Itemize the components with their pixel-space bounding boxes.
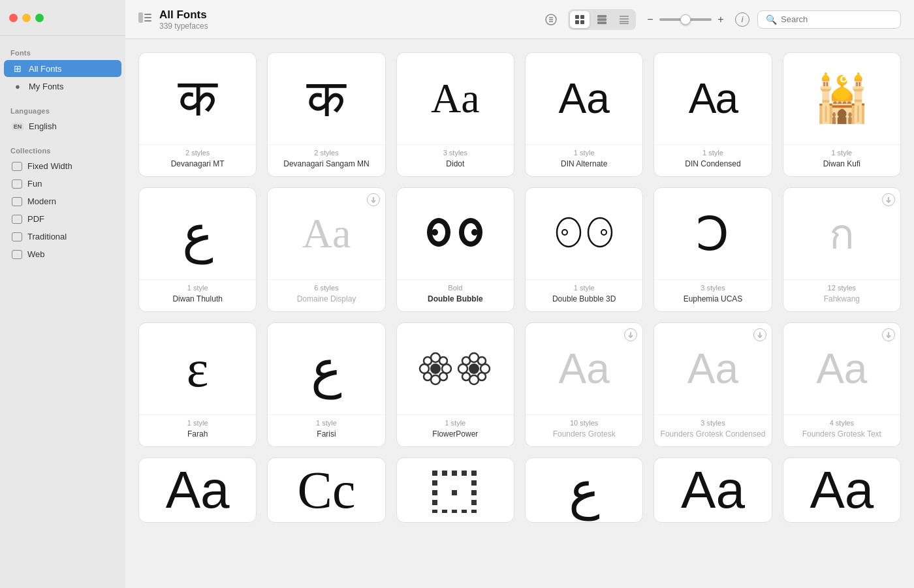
sidebar-item-english[interactable]: EN English xyxy=(4,118,121,134)
font-preview: Aa xyxy=(654,323,771,414)
svg-point-25 xyxy=(557,218,580,247)
traditional-icon xyxy=(12,232,22,241)
font-card-row4-1[interactable]: Aa xyxy=(138,457,257,523)
font-card-devanagari-mt[interactable]: क 2 styles Devanagari MT xyxy=(138,52,257,177)
font-preview: ع xyxy=(526,458,642,522)
view-strip-button[interactable] xyxy=(592,11,612,28)
sidebar-toggle-button[interactable] xyxy=(138,12,151,26)
svg-rect-62 xyxy=(462,510,467,513)
font-card-euphemia-ucas[interactable]: Ↄ 3 styles Euphemia UCAS xyxy=(654,187,772,312)
font-card-farisi[interactable]: ع 1 style Farisi xyxy=(267,322,385,447)
font-preview xyxy=(397,458,514,522)
sidebar-item-all-fonts[interactable]: ⊞ All Fonts xyxy=(4,60,121,77)
font-card-din-alternate[interactable]: Aa 1 style DIN Alternate xyxy=(525,52,643,177)
svg-rect-56 xyxy=(471,490,477,495)
svg-rect-12 xyxy=(597,15,607,18)
font-card-double-bubble-3d[interactable]: 1 style Double Bubble 3D xyxy=(525,187,643,312)
toolbar-title: All Fonts xyxy=(159,8,208,22)
search-bar[interactable]: 🔍 xyxy=(757,10,901,29)
font-preview: ع xyxy=(268,323,385,414)
view-grid-button[interactable] xyxy=(570,11,590,28)
font-card-row4-4[interactable]: ع xyxy=(525,457,643,523)
info-button[interactable]: i xyxy=(735,12,749,27)
english-icon: EN xyxy=(12,123,24,131)
zoom-slider[interactable] xyxy=(659,18,712,21)
font-card-devanagari-sangam-mn[interactable]: क 2 styles Devanagari Sangam MN xyxy=(267,52,385,177)
svg-rect-8 xyxy=(575,15,579,19)
sidebar-item-fixed-width[interactable]: Fixed Width xyxy=(4,158,121,174)
font-card-diwan-kufi[interactable]: 🕌 1 style Diwan Kufi xyxy=(783,52,901,177)
font-card-didot[interactable]: Aa 3 styles Didot xyxy=(396,52,514,177)
web-label: Web xyxy=(27,249,45,259)
svg-point-46 xyxy=(478,373,486,380)
svg-rect-63 xyxy=(471,510,477,513)
sidebar-item-modern[interactable]: Modern xyxy=(4,193,121,209)
font-preview: क xyxy=(268,53,385,144)
font-name: Founders Grotesk Text xyxy=(797,429,887,446)
font-preview: Aa xyxy=(783,323,900,414)
font-card-double-bubble[interactable]: Bold Double Bubble xyxy=(396,187,514,312)
font-preview xyxy=(397,188,514,279)
search-input[interactable] xyxy=(781,14,892,24)
sidebar-item-my-fonts[interactable]: ● My Fonts xyxy=(4,78,121,95)
font-name: Devanagari Sangam MN xyxy=(278,159,374,176)
traffic-light-maximize[interactable] xyxy=(35,14,44,22)
font-card-row4-6[interactable]: Aa xyxy=(783,457,901,523)
traffic-light-close[interactable] xyxy=(9,14,18,22)
font-card-row4-2[interactable]: Cc xyxy=(267,457,385,523)
svg-rect-58 xyxy=(471,500,477,505)
svg-point-38 xyxy=(469,364,479,374)
font-card-founders-grotesk[interactable]: Aa 10 styles Founders Grotesk xyxy=(525,322,643,447)
font-name: Farisi xyxy=(311,429,341,446)
font-styles: 3 styles xyxy=(701,415,725,427)
view-list-button[interactable] xyxy=(614,11,634,28)
font-name: Domaine Display xyxy=(292,294,362,311)
traffic-light-minimize[interactable] xyxy=(22,14,31,22)
svg-rect-60 xyxy=(442,510,447,513)
svg-rect-13 xyxy=(597,18,607,21)
sidebar-item-fun[interactable]: Fun xyxy=(4,176,121,192)
font-preview: ε xyxy=(139,323,256,414)
font-styles: 10 styles xyxy=(570,415,598,427)
font-card-domaine-display[interactable]: Aa 6 styles Domaine Display xyxy=(267,187,385,312)
svg-rect-51 xyxy=(471,471,477,476)
font-preview: 🕌 xyxy=(783,53,900,144)
font-card-row4-3[interactable] xyxy=(396,457,514,523)
svg-rect-1 xyxy=(144,14,151,15)
pdf-label: PDF xyxy=(27,214,44,224)
font-styles: 1 style xyxy=(702,145,723,157)
font-card-farah[interactable]: ε 1 style Farah xyxy=(138,322,257,447)
font-card-founders-grotesk-condensed[interactable]: Aa 3 styles Founders Grotesk Condensed xyxy=(654,322,772,447)
font-styles: 1 style xyxy=(574,280,595,292)
font-card-fahkwang[interactable]: ก 12 styles Fahkwang xyxy=(783,187,901,312)
pdf-icon xyxy=(12,215,22,224)
font-card-diwan-thuluth[interactable]: ع 1 style Diwan Thuluth xyxy=(138,187,257,312)
font-card-founders-grotesk-text[interactable]: Aa 4 styles Founders Grotesk Text xyxy=(783,322,901,447)
svg-point-21 xyxy=(432,229,438,236)
font-styles: 3 styles xyxy=(701,280,725,292)
web-icon xyxy=(12,250,22,259)
view-mode-group xyxy=(568,9,636,30)
sidebar-item-web[interactable]: Web xyxy=(4,246,121,262)
font-card-din-condensed[interactable]: Aa 1 style DIN Condensed xyxy=(654,52,772,177)
font-preview: ก xyxy=(783,188,900,279)
font-name: Farah xyxy=(182,429,213,446)
svg-point-29 xyxy=(430,364,441,374)
my-fonts-icon: ● xyxy=(12,82,24,91)
font-card-row4-5[interactable]: Aa xyxy=(654,457,772,523)
svg-point-35 xyxy=(439,357,447,365)
collections-section-label: Collections xyxy=(0,142,125,157)
zoom-plus-button[interactable]: + xyxy=(714,14,727,25)
zoom-minus-button[interactable]: − xyxy=(644,14,657,25)
sidebar-item-traditional[interactable]: Traditional xyxy=(4,228,121,245)
font-card-flowerpower[interactable]: 1 style FlowerPower xyxy=(396,322,514,447)
svg-rect-57 xyxy=(432,500,437,505)
font-name: Devanagari MT xyxy=(166,159,230,176)
font-preview xyxy=(526,188,642,279)
svg-point-24 xyxy=(471,229,478,236)
view-text-button[interactable] xyxy=(542,10,560,29)
font-name: Diwan Kufi xyxy=(818,159,866,176)
sidebar-item-pdf[interactable]: PDF xyxy=(4,211,121,227)
font-styles: Bold xyxy=(448,280,462,292)
fixed-width-icon xyxy=(12,162,22,171)
